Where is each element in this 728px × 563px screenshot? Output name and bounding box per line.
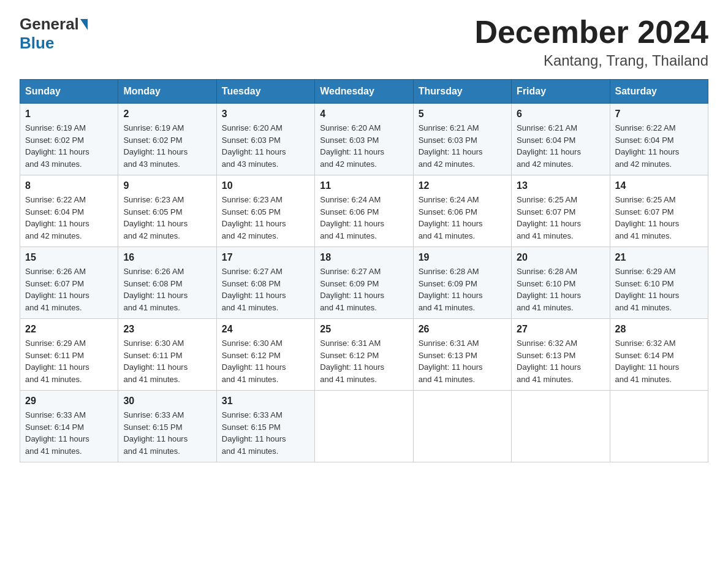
day-info: Sunrise: 6:28 AM Sunset: 6:10 PM Dayligh… xyxy=(517,266,604,313)
day-info: Sunrise: 6:29 AM Sunset: 6:10 PM Dayligh… xyxy=(615,266,703,313)
day-number: 18 xyxy=(320,252,408,263)
calendar-cell: 25 Sunrise: 6:31 AM Sunset: 6:12 PM Dayl… xyxy=(315,319,413,391)
day-number: 10 xyxy=(222,180,309,191)
calendar-week-row: 1 Sunrise: 6:19 AM Sunset: 6:02 PM Dayli… xyxy=(20,104,708,175)
day-info: Sunrise: 6:25 AM Sunset: 6:07 PM Dayligh… xyxy=(615,194,703,242)
calendar-cell: 28 Sunrise: 6:32 AM Sunset: 6:14 PM Dayl… xyxy=(610,319,708,391)
day-info: Sunrise: 6:23 AM Sunset: 6:05 PM Dayligh… xyxy=(123,194,211,242)
calendar-cell: 20 Sunrise: 6:28 AM Sunset: 6:10 PM Dayl… xyxy=(512,247,610,319)
day-number: 16 xyxy=(123,252,211,263)
day-number: 9 xyxy=(123,180,211,191)
calendar-cell: 5 Sunrise: 6:21 AM Sunset: 6:03 PM Dayli… xyxy=(413,104,511,175)
day-number: 6 xyxy=(517,109,604,120)
day-info: Sunrise: 6:23 AM Sunset: 6:05 PM Dayligh… xyxy=(222,194,309,242)
day-info: Sunrise: 6:27 AM Sunset: 6:08 PM Dayligh… xyxy=(222,266,309,313)
calendar-cell: 29 Sunrise: 6:33 AM Sunset: 6:14 PM Dayl… xyxy=(20,391,118,462)
calendar-cell xyxy=(413,391,511,462)
calendar-cell: 13 Sunrise: 6:25 AM Sunset: 6:07 PM Dayl… xyxy=(512,175,610,247)
calendar-cell: 9 Sunrise: 6:23 AM Sunset: 6:05 PM Dayli… xyxy=(118,175,216,247)
day-number: 26 xyxy=(419,324,506,335)
calendar-cell xyxy=(512,391,610,462)
day-number: 28 xyxy=(615,324,703,335)
weekday-header-friday: Friday xyxy=(512,80,610,104)
day-info: Sunrise: 6:21 AM Sunset: 6:04 PM Dayligh… xyxy=(517,122,604,170)
weekday-header-row: SundayMondayTuesdayWednesdayThursdayFrid… xyxy=(20,80,708,104)
day-number: 24 xyxy=(222,324,309,335)
day-number: 3 xyxy=(222,109,309,120)
day-number: 12 xyxy=(419,180,506,191)
day-info: Sunrise: 6:31 AM Sunset: 6:13 PM Dayligh… xyxy=(419,337,506,385)
day-number: 11 xyxy=(320,180,408,191)
calendar-cell xyxy=(315,391,413,462)
day-info: Sunrise: 6:29 AM Sunset: 6:11 PM Dayligh… xyxy=(25,337,113,385)
weekday-header-tuesday: Tuesday xyxy=(216,80,314,104)
calendar-cell: 23 Sunrise: 6:30 AM Sunset: 6:11 PM Dayl… xyxy=(118,319,216,391)
month-title: December 2024 xyxy=(474,15,708,50)
weekday-header-monday: Monday xyxy=(118,80,216,104)
day-info: Sunrise: 6:33 AM Sunset: 6:15 PM Dayligh… xyxy=(123,409,211,457)
day-number: 4 xyxy=(320,109,408,120)
day-info: Sunrise: 6:26 AM Sunset: 6:07 PM Dayligh… xyxy=(25,266,113,313)
calendar-cell: 26 Sunrise: 6:31 AM Sunset: 6:13 PM Dayl… xyxy=(413,319,511,391)
page-header: General Blue December 2024 Kantang, Tran… xyxy=(20,15,708,69)
day-number: 1 xyxy=(25,109,113,120)
calendar-cell: 21 Sunrise: 6:29 AM Sunset: 6:10 PM Dayl… xyxy=(610,247,708,319)
calendar-week-row: 29 Sunrise: 6:33 AM Sunset: 6:14 PM Dayl… xyxy=(20,391,708,462)
logo-general-text: General xyxy=(20,15,79,34)
calendar-cell: 31 Sunrise: 6:33 AM Sunset: 6:15 PM Dayl… xyxy=(216,391,314,462)
day-number: 13 xyxy=(517,180,604,191)
calendar-cell xyxy=(610,391,708,462)
day-info: Sunrise: 6:32 AM Sunset: 6:13 PM Dayligh… xyxy=(517,337,604,385)
calendar-cell: 1 Sunrise: 6:19 AM Sunset: 6:02 PM Dayli… xyxy=(20,104,118,175)
day-number: 14 xyxy=(615,180,703,191)
calendar-cell: 14 Sunrise: 6:25 AM Sunset: 6:07 PM Dayl… xyxy=(610,175,708,247)
logo-blue-text: Blue xyxy=(20,34,54,52)
title-section: December 2024 Kantang, Trang, Thailand xyxy=(474,15,708,69)
day-info: Sunrise: 6:20 AM Sunset: 6:03 PM Dayligh… xyxy=(222,122,309,170)
calendar-cell: 4 Sunrise: 6:20 AM Sunset: 6:03 PM Dayli… xyxy=(315,104,413,175)
weekday-header-thursday: Thursday xyxy=(413,80,511,104)
day-info: Sunrise: 6:26 AM Sunset: 6:08 PM Dayligh… xyxy=(123,266,211,313)
day-number: 30 xyxy=(123,396,211,407)
day-number: 8 xyxy=(25,180,113,191)
day-number: 7 xyxy=(615,109,703,120)
calendar-cell: 6 Sunrise: 6:21 AM Sunset: 6:04 PM Dayli… xyxy=(512,104,610,175)
day-info: Sunrise: 6:27 AM Sunset: 6:09 PM Dayligh… xyxy=(320,266,408,313)
calendar-header: SundayMondayTuesdayWednesdayThursdayFrid… xyxy=(20,80,708,104)
calendar-body: 1 Sunrise: 6:19 AM Sunset: 6:02 PM Dayli… xyxy=(20,104,708,462)
calendar-cell: 30 Sunrise: 6:33 AM Sunset: 6:15 PM Dayl… xyxy=(118,391,216,462)
day-info: Sunrise: 6:33 AM Sunset: 6:15 PM Dayligh… xyxy=(222,409,309,457)
day-number: 27 xyxy=(517,324,604,335)
day-number: 2 xyxy=(123,109,211,120)
calendar-cell: 8 Sunrise: 6:22 AM Sunset: 6:04 PM Dayli… xyxy=(20,175,118,247)
calendar-table: SundayMondayTuesdayWednesdayThursdayFrid… xyxy=(20,79,708,462)
calendar-cell: 2 Sunrise: 6:19 AM Sunset: 6:02 PM Dayli… xyxy=(118,104,216,175)
day-info: Sunrise: 6:33 AM Sunset: 6:14 PM Dayligh… xyxy=(25,409,113,457)
calendar-cell: 16 Sunrise: 6:26 AM Sunset: 6:08 PM Dayl… xyxy=(118,247,216,319)
logo: General Blue xyxy=(20,15,89,53)
day-number: 19 xyxy=(419,252,506,263)
calendar-cell: 17 Sunrise: 6:27 AM Sunset: 6:08 PM Dayl… xyxy=(216,247,314,319)
day-number: 23 xyxy=(123,324,211,335)
calendar-week-row: 8 Sunrise: 6:22 AM Sunset: 6:04 PM Dayli… xyxy=(20,175,708,247)
calendar-cell: 10 Sunrise: 6:23 AM Sunset: 6:05 PM Dayl… xyxy=(216,175,314,247)
weekday-header-sunday: Sunday xyxy=(20,80,118,104)
day-info: Sunrise: 6:22 AM Sunset: 6:04 PM Dayligh… xyxy=(615,122,703,170)
day-info: Sunrise: 6:19 AM Sunset: 6:02 PM Dayligh… xyxy=(123,122,211,170)
day-info: Sunrise: 6:28 AM Sunset: 6:09 PM Dayligh… xyxy=(419,266,506,313)
weekday-header-saturday: Saturday xyxy=(610,80,708,104)
day-number: 15 xyxy=(25,252,113,263)
day-number: 22 xyxy=(25,324,113,335)
day-info: Sunrise: 6:24 AM Sunset: 6:06 PM Dayligh… xyxy=(320,194,408,242)
calendar-cell: 27 Sunrise: 6:32 AM Sunset: 6:13 PM Dayl… xyxy=(512,319,610,391)
day-info: Sunrise: 6:19 AM Sunset: 6:02 PM Dayligh… xyxy=(25,122,113,170)
calendar-cell: 7 Sunrise: 6:22 AM Sunset: 6:04 PM Dayli… xyxy=(610,104,708,175)
weekday-header-wednesday: Wednesday xyxy=(315,80,413,104)
calendar-cell: 19 Sunrise: 6:28 AM Sunset: 6:09 PM Dayl… xyxy=(413,247,511,319)
calendar-cell: 12 Sunrise: 6:24 AM Sunset: 6:06 PM Dayl… xyxy=(413,175,511,247)
day-number: 17 xyxy=(222,252,309,263)
calendar-cell: 15 Sunrise: 6:26 AM Sunset: 6:07 PM Dayl… xyxy=(20,247,118,319)
calendar-week-row: 22 Sunrise: 6:29 AM Sunset: 6:11 PM Dayl… xyxy=(20,319,708,391)
day-number: 25 xyxy=(320,324,408,335)
location-title: Kantang, Trang, Thailand xyxy=(474,52,708,69)
